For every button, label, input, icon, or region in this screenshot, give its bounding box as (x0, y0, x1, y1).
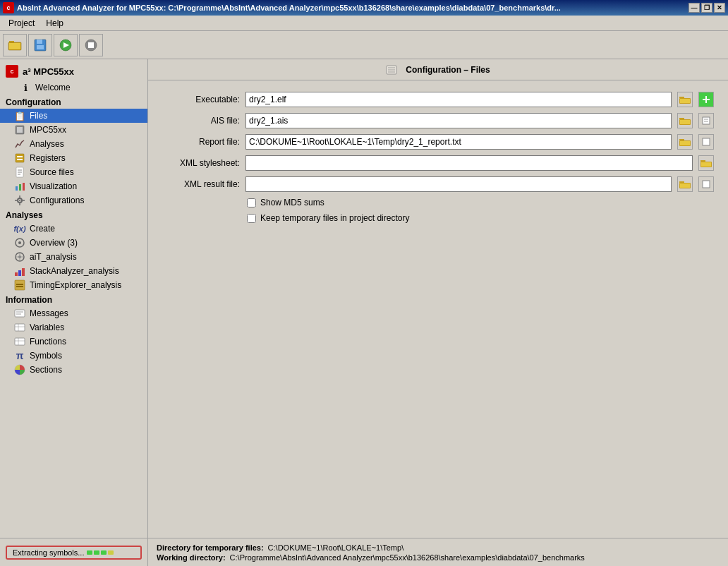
sidebar-item-visualization[interactable]: Visualization (0, 179, 147, 193)
sections-icon (14, 364, 25, 375)
app-name: a³ MPC55xx (23, 66, 74, 77)
ais-input[interactable] (245, 113, 672, 128)
report-input[interactable] (245, 134, 672, 150)
svg-rect-74 (680, 183, 690, 188)
ais-folder-icon (679, 116, 691, 126)
ais-label: AIS file: (162, 116, 240, 126)
show-md5-row: Show MD5 sums (247, 198, 714, 207)
report-clear-button[interactable] (698, 134, 714, 150)
timing-icon (14, 279, 25, 291)
svg-rect-38 (16, 284, 23, 285)
sidebar-item-variables[interactable]: Variables (0, 320, 147, 335)
status-left: Extracting symbols... (0, 538, 148, 566)
executable-add-button[interactable] (698, 92, 714, 107)
run-icon (59, 38, 73, 52)
svg-rect-71 (701, 162, 711, 167)
overview-icon (14, 237, 25, 248)
configurations-label: Configurations (30, 195, 84, 205)
xml-result-row: XML result file: (162, 176, 714, 192)
xml-result-clear-button[interactable] (698, 176, 714, 192)
xml-stylesheet-browse-button[interactable] (698, 155, 714, 171)
sidebar-item-sections[interactable]: Sections (0, 363, 147, 377)
xml-stylesheet-row: XML stylesheet: (162, 155, 714, 171)
minimize-button[interactable]: — (688, 3, 700, 13)
sidebar-item-ait-analysis[interactable]: aiT_analysis (0, 250, 147, 264)
source-files-label: Source files (30, 167, 74, 177)
close-button[interactable]: ✕ (714, 3, 725, 13)
menu-help[interactable]: Help (40, 17, 69, 30)
toolbar (0, 31, 728, 59)
sidebar-item-create[interactable]: f(x) Create (0, 222, 147, 236)
svg-rect-59 (679, 118, 684, 119)
keep-temp-checkbox[interactable] (247, 214, 256, 223)
menu-project[interactable]: Project (3, 17, 40, 30)
stack-icon (14, 265, 25, 277)
sidebar-item-stack-analysis[interactable]: StackAnalyzer_analysis (0, 264, 147, 278)
sidebar-item-configurations[interactable]: Configurations (0, 193, 147, 207)
xml-result-input[interactable] (245, 176, 672, 192)
report-browse-button[interactable] (677, 134, 693, 150)
svg-rect-61 (680, 120, 690, 124)
variables-label: Variables (30, 323, 64, 332)
sidebar-item-analyses[interactable]: Analyses (0, 137, 147, 151)
dot-3 (101, 550, 107, 555)
create-icon: f(x) (14, 223, 25, 234)
sidebar-item-functions[interactable]: Functions (0, 335, 147, 349)
svg-rect-39 (16, 286, 23, 287)
svg-rect-9 (88, 42, 94, 48)
app-icon: c (3, 2, 14, 13)
svg-rect-65 (679, 139, 684, 140)
status-bar: Extracting symbols... Directory for temp… (0, 538, 728, 566)
mpc55xx-label: MPC55xx (30, 125, 66, 135)
ais-browse-button[interactable] (677, 113, 693, 128)
sections-label: Sections (30, 365, 62, 375)
sidebar-item-files[interactable]: 📋 Files (0, 109, 147, 123)
report-label: Report file: (162, 137, 240, 147)
show-md5-checkbox[interactable] (247, 198, 256, 207)
sidebar-item-timing-analysis[interactable]: TimingExplorer_analysis (0, 278, 147, 292)
open-button[interactable] (3, 34, 27, 56)
symbols-icon: π (14, 350, 25, 361)
stop-button[interactable] (79, 34, 103, 56)
xml-result-browse-button[interactable] (677, 176, 693, 192)
svg-rect-40 (15, 310, 25, 317)
functions-label: Functions (30, 337, 66, 347)
svg-rect-62 (703, 117, 710, 124)
keep-temp-label: Keep temporary files in project director… (260, 213, 409, 223)
dot-2 (94, 550, 99, 555)
xml-stylesheet-input[interactable] (245, 155, 693, 171)
source-files-icon (14, 167, 25, 178)
restore-button[interactable]: ❐ (701, 3, 712, 13)
extracting-text: Extracting symbols... (13, 548, 84, 557)
sidebar-item-symbols[interactable]: π Symbols (0, 349, 147, 363)
executable-input[interactable] (245, 92, 672, 107)
svg-rect-21 (23, 183, 25, 191)
run-button[interactable] (54, 34, 78, 56)
svg-rect-67 (680, 141, 690, 145)
sidebar-item-source-files[interactable]: Source files (0, 165, 147, 179)
svg-rect-5 (37, 45, 44, 49)
welcome-label: Welcome (35, 83, 71, 92)
sidebar-item-messages[interactable]: Messages (0, 306, 147, 320)
sidebar-item-welcome[interactable]: ℹ Welcome (0, 80, 147, 95)
visualization-label: Visualization (30, 181, 77, 191)
svg-rect-13 (17, 156, 23, 157)
executable-label: Executable: (162, 95, 240, 104)
app-header: c a³ MPC55xx (0, 62, 147, 80)
section-information-header: Information (0, 292, 147, 306)
sidebar-item-overview[interactable]: Overview (3) (0, 236, 147, 250)
svg-rect-43 (15, 324, 25, 331)
report-clear-icon (701, 137, 711, 147)
executable-browse-button[interactable] (677, 92, 693, 107)
svg-rect-68 (703, 138, 710, 145)
svg-rect-54 (679, 97, 684, 98)
svg-rect-11 (17, 127, 23, 133)
svg-rect-69 (700, 160, 705, 162)
content-area: Configuration – Files Executable: AIS fi… (148, 59, 728, 538)
messages-icon (14, 308, 25, 319)
sidebar-item-mpc55xx[interactable]: MPC55xx (0, 123, 147, 137)
dot-1 (87, 550, 92, 555)
save-button[interactable] (28, 34, 52, 56)
ais-edit-button[interactable] (698, 113, 714, 128)
sidebar-item-registers[interactable]: Registers (0, 151, 147, 165)
